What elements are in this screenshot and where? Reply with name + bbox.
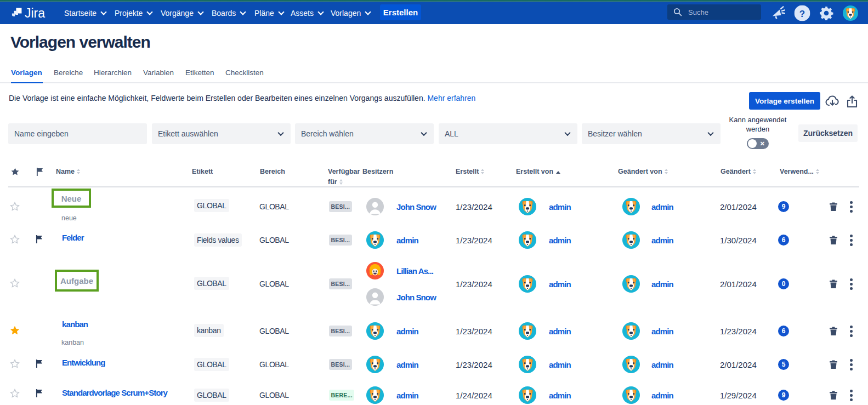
svg-text:?: ? xyxy=(799,8,805,19)
